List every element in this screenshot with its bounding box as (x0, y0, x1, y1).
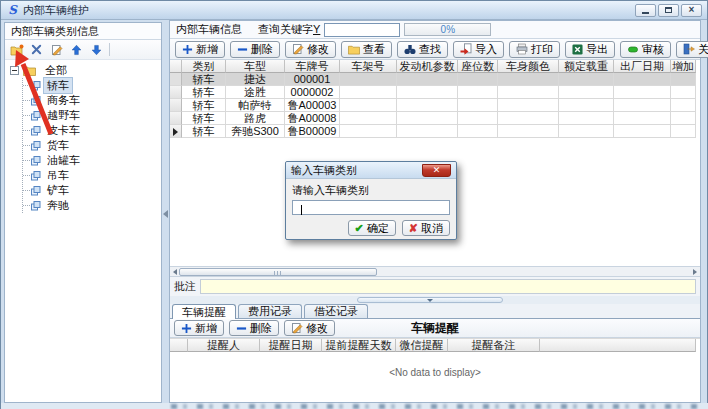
column-header[interactable]: 车身颜色 (498, 60, 559, 73)
column-header[interactable]: 座位数 (458, 60, 498, 73)
splitter-handle[interactable] (357, 297, 503, 303)
collapse-icon[interactable] (10, 66, 19, 75)
table-cell (614, 112, 671, 125)
modify-button[interactable]: 修改 (285, 41, 336, 58)
cancel-button[interactable]: ✘ 取消 (402, 220, 450, 236)
horizontal-scrollbar[interactable] (170, 266, 700, 277)
tree-item-list: 轿车商务车越野车皮卡车货车油罐车吊车铲车奔驰 (22, 78, 161, 213)
search-input[interactable] (324, 23, 400, 37)
table-cell (671, 125, 696, 138)
tree-item[interactable]: 奔驰 (23, 198, 161, 213)
dialog-close-button[interactable]: ✕ (422, 164, 451, 177)
column-header[interactable]: 车架号 (340, 60, 397, 73)
column-header[interactable]: 车牌号 (285, 60, 340, 73)
current-row-indicator (173, 128, 178, 136)
category-name-input[interactable] (292, 200, 450, 215)
column-header[interactable]: 类别 (182, 60, 226, 73)
table-cell (498, 112, 559, 125)
tree-item[interactable]: 铲车 (23, 183, 161, 198)
table-cell: 帕萨特 (226, 99, 285, 112)
column-header[interactable]: 增加 (671, 60, 696, 73)
close-icon: ✕ (433, 166, 441, 175)
import-button[interactable]: 导入 (453, 41, 504, 58)
maximize-button[interactable] (658, 4, 679, 17)
delete-x-icon[interactable] (29, 42, 44, 57)
tab-expense-record[interactable]: 费用记录 (238, 304, 302, 318)
tree-connector (23, 130, 30, 131)
panel-splitter[interactable] (162, 22, 169, 403)
reminder-table-header: 提醒人提醒日期提前提醒天数微信提醒提醒备注 (170, 339, 700, 352)
column-header[interactable]: 提醒备注 (448, 339, 540, 352)
column-header[interactable]: 提醒日期 (260, 339, 322, 352)
scrollbar-thumb[interactable] (179, 268, 377, 276)
minimize-button[interactable] (635, 4, 656, 17)
edit-icon (292, 43, 304, 55)
category-icon (31, 171, 41, 181)
edit-note-icon[interactable] (49, 42, 64, 57)
scroll-right-icon[interactable] (693, 269, 697, 275)
note-input[interactable] (200, 279, 696, 294)
table-row[interactable]: 轿车捷达000001 (170, 73, 700, 86)
collapse-left-icon[interactable] (163, 210, 168, 218)
column-header[interactable]: 提前提醒天数 (322, 339, 396, 352)
view-button[interactable]: 查看 (341, 41, 392, 58)
category-panel-header: 内部车辆类别信息 (5, 23, 161, 40)
tree-item[interactable]: 轿车 (23, 78, 161, 93)
tab-borrow-return-record[interactable]: 借还记录 (304, 304, 368, 318)
tree-connector (23, 100, 30, 101)
export-button[interactable]: 导出 (565, 41, 615, 58)
new-folder-icon[interactable] (9, 42, 24, 57)
folder-icon (23, 65, 36, 76)
close-button[interactable]: × (681, 4, 702, 17)
tree-item[interactable]: 货车 (23, 138, 161, 153)
check-icon: ✔ (355, 222, 364, 235)
binoculars-icon (404, 44, 416, 55)
delete-button[interactable]: 删除 (230, 41, 280, 58)
table-cell (340, 99, 397, 112)
row-selector (170, 73, 182, 86)
column-header[interactable]: 额定载重 (559, 60, 614, 73)
print-button[interactable]: 打印 (509, 41, 560, 58)
ok-button[interactable]: ✔ 确定 (348, 220, 396, 236)
close-form-button[interactable]: 关闭 (676, 41, 708, 58)
tree-root[interactable]: 全部 (10, 63, 161, 78)
reminder-modify-button[interactable]: 修改 (284, 320, 335, 336)
exit-icon (683, 43, 695, 55)
column-header[interactable]: 车型 (226, 60, 285, 73)
import-icon (460, 43, 472, 55)
column-header[interactable]: 微信提醒 (396, 339, 448, 352)
tree-item[interactable]: 吊车 (23, 168, 161, 183)
table-row[interactable]: 轿车路虎鲁A00008 (170, 112, 700, 125)
scroll-left-icon[interactable] (173, 269, 177, 275)
column-header[interactable]: 提醒人 (188, 339, 260, 352)
find-button[interactable]: 查找 (397, 41, 448, 58)
tree-item[interactable]: 油罐车 (23, 153, 161, 168)
audit-button[interactable]: 审核 (620, 41, 671, 58)
note-label: 批注 (174, 279, 196, 294)
horizontal-splitter[interactable] (170, 296, 700, 304)
table-cell (498, 125, 559, 138)
reminder-delete-button[interactable]: 删除 (229, 320, 279, 336)
tab-vehicle-reminder[interactable]: 车辆提醒 (172, 304, 236, 319)
tree-item[interactable]: 越野车 (23, 108, 161, 123)
move-down-icon[interactable] (89, 42, 104, 57)
table-cell: 鲁A00003 (285, 99, 340, 112)
window-titlebar[interactable]: S 内部车辆维护 × (1, 1, 707, 20)
tree-item[interactable]: 皮卡车 (23, 123, 161, 138)
table-row[interactable]: 轿车途胜0000002 (170, 86, 700, 99)
add-button[interactable]: 新增 (175, 41, 225, 58)
table-row[interactable]: 轿车奔驰S300鲁B00009 (170, 125, 700, 138)
move-up-icon[interactable] (69, 42, 84, 57)
tree-item[interactable]: 商务车 (23, 93, 161, 108)
table-row[interactable]: 轿车帕萨特鲁A00003 (170, 99, 700, 112)
reminder-add-button[interactable]: 新增 (174, 320, 224, 336)
category-icon (31, 201, 41, 211)
dialog-titlebar[interactable]: 输入车辆类别 ✕ (286, 162, 456, 179)
table-cell (458, 112, 498, 125)
table-cell (397, 99, 458, 112)
dialog-title: 输入车辆类别 (291, 163, 357, 178)
column-header[interactable]: 发动机参数 (397, 60, 458, 73)
column-header[interactable]: 出厂日期 (614, 60, 671, 73)
column-header[interactable] (540, 339, 696, 352)
vehicle-panel-header: 内部车辆信息 查询关键字Y 0% (170, 21, 700, 39)
